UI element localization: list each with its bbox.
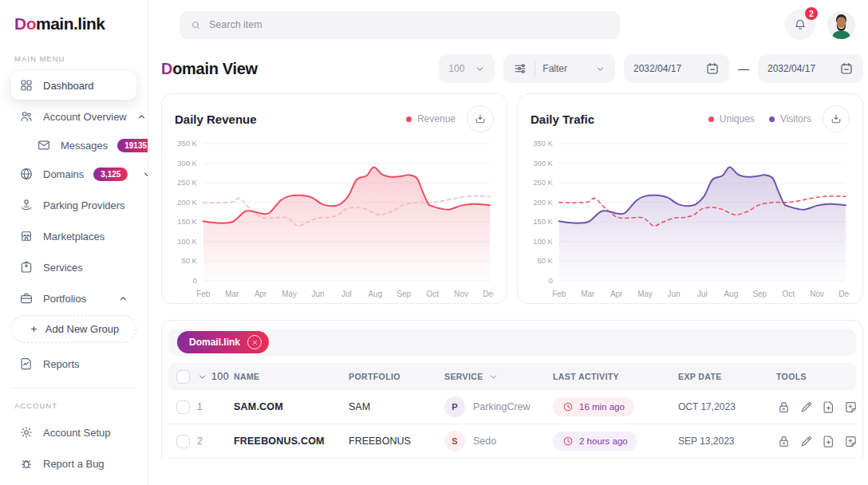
- sidebar-item-services[interactable]: Services: [11, 253, 136, 282]
- svg-text:Apr: Apr: [254, 290, 267, 298]
- chevron-down-icon: [197, 372, 207, 382]
- exp-date: OCT 17,2023: [678, 401, 776, 412]
- note-add-icon[interactable]: [843, 434, 858, 449]
- page-size-select[interactable]: 100: [439, 54, 495, 83]
- row-checkbox[interactable]: [176, 435, 190, 448]
- date-to-picker[interactable]: 2032/04/17: [758, 54, 863, 83]
- search-input[interactable]: [209, 19, 609, 30]
- svg-text:Dec: Dec: [838, 290, 850, 298]
- divider: [535, 61, 535, 77]
- filter-tag-label: Domail.link: [189, 337, 240, 348]
- row-count-header[interactable]: 100: [197, 371, 234, 382]
- edit-icon[interactable]: [799, 400, 814, 415]
- sidebar-item-label: Account Setup: [43, 427, 111, 439]
- table-body: 1SAM.COMSAMPParkingCrew16 min agoOCT 17,…: [168, 390, 856, 459]
- sidebar: Domain.link MAIN MENUDashboardAccount Ov…: [0, 0, 148, 485]
- sidebar-section-label: MAIN MENU: [14, 54, 133, 63]
- sidebar-item-parking-providers[interactable]: Parking Providers: [11, 191, 136, 219]
- sidebar-item-account-setup[interactable]: Account Setup: [11, 418, 136, 447]
- svg-text:Jul: Jul: [341, 290, 352, 298]
- chart-legend: Uniques Visitors: [708, 113, 811, 124]
- svg-text:100 K: 100 K: [177, 237, 197, 246]
- row-checkbox[interactable]: [176, 400, 190, 414]
- plus-icon: [29, 324, 39, 334]
- sidebar-item-reports[interactable]: Reports: [11, 349, 136, 378]
- domain-name: FREEBONUS.COM: [234, 436, 349, 447]
- sidebar-item-report-a-bug[interactable]: Report a Bug: [11, 449, 136, 478]
- svg-text:May: May: [282, 290, 297, 298]
- select-all-checkbox[interactable]: [176, 370, 190, 384]
- notifications-button[interactable]: 2: [785, 10, 815, 40]
- legend-dot: [406, 116, 412, 122]
- activity-badge: 2 hours ago: [553, 432, 637, 451]
- download-button[interactable]: [823, 105, 850, 132]
- page-size-value: 100: [448, 63, 464, 74]
- sidebar-item-messages[interactable]: Messages19135: [32, 133, 136, 157]
- svg-text:Dec: Dec: [483, 290, 494, 298]
- sidebar-item-label: Domains: [43, 168, 84, 180]
- domain-name: SAM.COM: [234, 401, 349, 412]
- svg-text:50 K: 50 K: [181, 256, 197, 265]
- sidebar-item-portfolios[interactable]: Portfolios: [11, 284, 136, 313]
- filter-dropdown[interactable]: Falter: [503, 54, 615, 83]
- bell-icon: [793, 18, 807, 32]
- lock-icon[interactable]: [776, 434, 791, 449]
- download-icon: [474, 112, 487, 125]
- service-initial: P: [444, 396, 465, 417]
- chart-title: Daily Trafic: [531, 112, 594, 126]
- svg-text:200 K: 200 K: [533, 198, 553, 207]
- file-plus-icon[interactable]: [821, 400, 836, 415]
- sidebar-item-marketplaces[interactable]: Marketplaces: [11, 222, 136, 250]
- user-avatar[interactable]: [827, 11, 855, 39]
- remove-filter-icon[interactable]: [247, 335, 262, 349]
- col-name: NAME: [234, 372, 349, 381]
- date-from-picker[interactable]: 2032/04/17: [624, 54, 729, 83]
- svg-text:350 K: 350 K: [533, 139, 553, 148]
- avatar-illustration: [827, 11, 855, 39]
- sidebar-section-label: ACCOUNT: [14, 401, 133, 410]
- gear-icon: [19, 425, 34, 440]
- download-button[interactable]: [467, 105, 494, 132]
- edit-icon[interactable]: [799, 434, 814, 449]
- clock-icon: [562, 436, 574, 447]
- last-activity-cell: 16 min ago: [553, 397, 678, 416]
- service-cell: SSedo: [444, 431, 553, 451]
- note-add-icon[interactable]: [843, 400, 858, 415]
- svg-text:200 K: 200 K: [177, 198, 197, 207]
- activity-badge: 16 min ago: [553, 397, 634, 416]
- briefcase-icon: [19, 291, 34, 306]
- messages-badge: 19135: [117, 139, 148, 152]
- svg-text:Apr: Apr: [610, 290, 623, 298]
- main-content: 2 Domain View 100 Falter: [148, 0, 868, 485]
- search-bar[interactable]: [180, 11, 620, 39]
- sidebar-item-label: Account Overview: [43, 111, 127, 123]
- calendar-icon: [705, 61, 720, 76]
- exp-date: SEP 13,2023: [678, 436, 776, 447]
- active-filters-bar: Domail.link: [168, 329, 856, 356]
- row-tools: [776, 400, 858, 415]
- sidebar-item-label: Portfolios: [43, 293, 86, 305]
- filter-tag[interactable]: Domail.link: [177, 331, 269, 353]
- lock-icon[interactable]: [776, 400, 791, 415]
- legend-revenue: Revenue: [406, 113, 456, 124]
- add-new-group-button[interactable]: Add New Group: [11, 315, 136, 343]
- svg-text:0: 0: [549, 276, 553, 285]
- sidebar-item-account-overview[interactable]: Account Overview: [11, 102, 136, 131]
- file-plus-icon[interactable]: [821, 434, 836, 449]
- sidebar-item-domains[interactable]: Domains3,125: [11, 160, 136, 188]
- svg-text:Oct: Oct: [782, 290, 795, 298]
- sliders-icon: [513, 61, 527, 76]
- service-name: Sedo: [473, 436, 496, 447]
- sidebar-item-dashboard[interactable]: Dashboard: [11, 71, 136, 100]
- portfolio-name: FREEBONUS: [349, 436, 444, 447]
- svg-text:Feb: Feb: [196, 290, 211, 298]
- date-to-value: 2032/04/17: [767, 63, 815, 74]
- daily-traffic-card: Daily Trafic Uniques Visitors 350 K300 K…: [517, 93, 863, 304]
- col-exp-date: EXP DATE: [678, 372, 776, 381]
- svg-text:May: May: [637, 290, 653, 298]
- chevron-up-icon: [136, 112, 147, 122]
- last-activity-cell: 2 hours ago: [553, 432, 678, 451]
- search-icon: [191, 20, 201, 30]
- col-service[interactable]: SERVICE: [444, 372, 553, 382]
- users-icon: [19, 109, 34, 124]
